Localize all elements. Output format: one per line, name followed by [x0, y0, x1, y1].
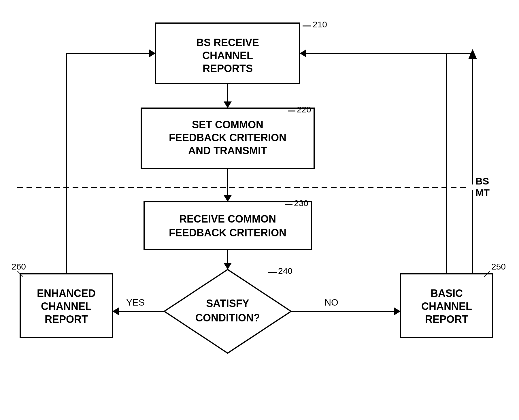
- svg-marker-13: [394, 307, 401, 315]
- box-enhanced-text1: ENHANCED: [37, 287, 96, 299]
- box-set-common-text3: AND TRANSMIT: [188, 145, 267, 157]
- box-receive-common-text2: FEEDBACK CRITERION: [169, 227, 286, 239]
- box-receive-common-text1: RECEIVE COMMON: [179, 213, 276, 225]
- svg-marker-18: [300, 49, 306, 57]
- ref-210: 210: [313, 20, 327, 29]
- ref-220: 220: [297, 105, 311, 114]
- svg-marker-2: [468, 49, 477, 59]
- ref-230: 230: [294, 198, 308, 208]
- box-set-common-text1: SET COMMON: [192, 119, 263, 131]
- svg-marker-16: [149, 49, 156, 57]
- yes-label: YES: [126, 297, 145, 308]
- diamond-satisfy: [164, 270, 291, 353]
- ref-250: 250: [491, 262, 506, 271]
- diamond-text1: SATISFY: [206, 297, 249, 309]
- svg-marker-7: [224, 195, 232, 202]
- box-basic-text3: REPORT: [425, 313, 468, 325]
- box-enhanced-text2: CHANNEL: [41, 300, 92, 312]
- ref-240: 240: [278, 266, 292, 276]
- ref-260: 260: [12, 262, 26, 271]
- box-basic-text1: BASIC: [431, 287, 463, 299]
- box-bs-receive-text2: CHANNEL: [202, 50, 253, 61]
- box-bs-receive-text1: BS RECEIVE: [196, 37, 259, 48]
- diagram-container: BS RECEIVE CHANNEL REPORTS 210 SET COMMO…: [0, 0, 519, 420]
- box-enhanced-text3: REPORT: [45, 313, 88, 325]
- svg-marker-11: [112, 307, 119, 315]
- diamond-text2: CONDITION?: [195, 312, 260, 324]
- box-receive-common: [144, 202, 311, 249]
- no-label: NO: [324, 297, 338, 308]
- box-set-common-text2: FEEDBACK CRITERION: [169, 132, 286, 144]
- bs-label: BS: [475, 176, 489, 187]
- mt-label: MT: [475, 187, 490, 198]
- box-bs-receive-text3: REPORTS: [203, 63, 253, 74]
- box-basic-text2: CHANNEL: [421, 300, 472, 312]
- svg-marker-5: [224, 101, 232, 108]
- svg-marker-9: [224, 263, 232, 270]
